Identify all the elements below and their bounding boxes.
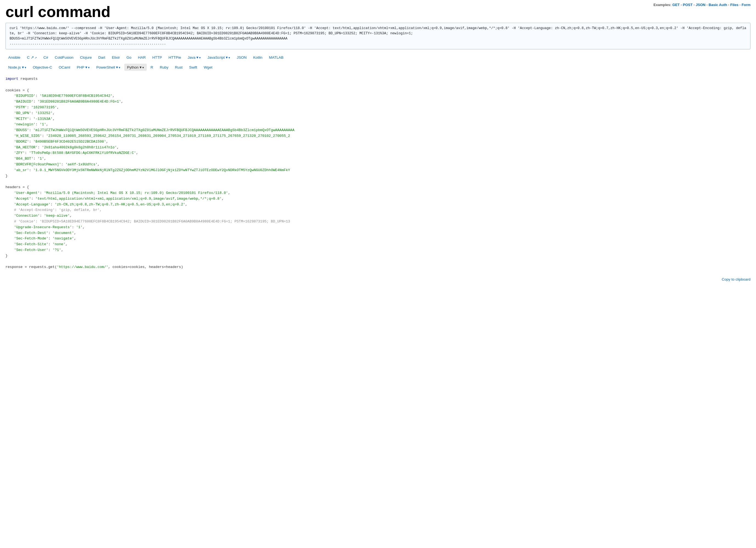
tab-c[interactable]: C ↗ <box>24 54 40 61</box>
tab-objective-c[interactable]: Objective-C <box>30 64 55 71</box>
title-row: curl command Examples: GET - POST - JSON… <box>5 3 751 21</box>
code-display: import requests cookies = { 'BIDUPSID': … <box>5 74 751 273</box>
copy-row: Copy to clipboard <box>5 277 751 281</box>
tab-wget[interactable]: Wget <box>201 64 215 71</box>
tab-elixir[interactable]: Elixir <box>109 54 123 61</box>
tab-javascript[interactable]: JavaScript ▾ <box>205 54 233 61</box>
tab-json[interactable]: JSON <box>234 54 249 61</box>
page-title: curl command <box>5 3 111 21</box>
tab-ruby[interactable]: Ruby <box>157 64 171 71</box>
tab-rust[interactable]: Rust <box>172 64 185 71</box>
tab-java[interactable]: Java ▾ <box>185 54 204 61</box>
tab-php[interactable]: PHP ▾ <box>74 64 92 71</box>
tab-matlab[interactable]: MATLAB <box>266 54 286 61</box>
example-post[interactable]: POST <box>683 3 692 7</box>
tab-kotlin[interactable]: Kotlin <box>250 54 265 61</box>
tab-r[interactable]: R <box>148 64 156 71</box>
examples-label: Examples: <box>653 3 671 7</box>
tab-python[interactable]: Python ▾ <box>124 64 147 71</box>
example-basic-auth[interactable]: Basic Auth <box>709 3 727 7</box>
copy-to-clipboard-button[interactable]: Copy to clipboard <box>722 277 751 281</box>
tab-httppie[interactable]: HTTPie <box>166 54 184 61</box>
tab-swift[interactable]: Swift <box>186 64 200 71</box>
tab-go[interactable]: Go <box>124 54 134 61</box>
tab-http[interactable]: HTTP <box>149 54 165 61</box>
example-form[interactable]: Form <box>742 3 751 7</box>
tab-csharp[interactable]: C# <box>41 54 51 61</box>
tab-clojure[interactable]: Clojure <box>77 54 95 61</box>
tab-har[interactable]: HAR <box>135 54 149 61</box>
tab-nodejs[interactable]: Node.js ▾ <box>5 64 29 71</box>
example-get[interactable]: GET <box>672 3 680 7</box>
example-files[interactable]: Files <box>730 3 738 7</box>
tab-dart[interactable]: Dart <box>95 54 108 61</box>
tab-ocaml[interactable]: OCaml <box>56 64 73 71</box>
examples-bar: Examples: GET - POST - JSON - Basic Auth… <box>653 3 751 7</box>
page-container: curl command Examples: GET - POST - JSON… <box>0 0 756 287</box>
tab-coldfusion[interactable]: ColdFusion <box>52 54 76 61</box>
tab-ansible[interactable]: Ansible <box>5 54 23 61</box>
example-json[interactable]: JSON <box>696 3 705 7</box>
tabs-row-2: Node.js ▾ Objective-C OCaml PHP ▾ PowerS… <box>5 64 751 71</box>
tabs-row-1: Ansible C ↗ C# ColdFusion Clojure Dart E… <box>5 54 751 61</box>
tab-powershell[interactable]: PowerShell ▾ <box>94 64 123 71</box>
curl-command-box: curl 'https://www.baidu.com/' --compress… <box>5 23 751 49</box>
